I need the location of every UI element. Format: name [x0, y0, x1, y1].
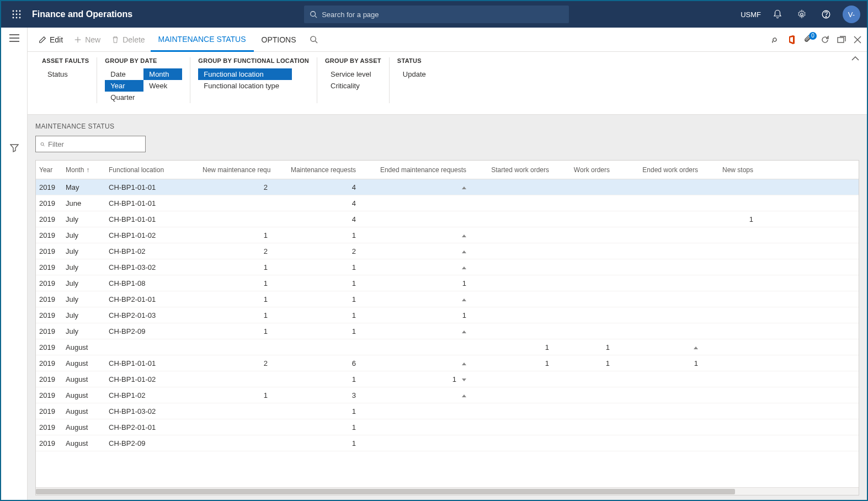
groupby-criticality[interactable]: Criticality	[325, 80, 381, 92]
settings-icon[interactable]	[794, 7, 810, 22]
office-icon[interactable]	[787, 35, 796, 45]
col-maint-req[interactable]: Maintenance requests	[271, 166, 359, 174]
group-asset-faults: ASSET FAULTS Status	[34, 57, 97, 103]
svg-point-13	[826, 17, 826, 17]
groupby-funcloc[interactable]: Functional location	[198, 68, 292, 80]
col-new-stops[interactable]: New stops	[701, 166, 757, 174]
trash-icon	[111, 36, 119, 44]
table-row[interactable]: 2019JulyCH-BP1-01-0211	[36, 227, 859, 243]
user-avatar[interactable]: V-	[843, 6, 860, 23]
col-new-maint-req[interactable]: New maintenance requests	[199, 166, 271, 174]
svg-point-7	[16, 17, 18, 19]
grid-heading: MAINTENANCE STATUS	[35, 122, 859, 130]
filter-input[interactable]	[48, 140, 141, 148]
table-row[interactable]: 2019MayCH-BP1-01-0124	[36, 179, 859, 195]
svg-line-10	[315, 16, 317, 18]
table-row[interactable]: 2019JulyCH-BP1-03-0211	[36, 259, 859, 275]
svg-point-5	[19, 14, 21, 15]
table-row[interactable]: 2019JulyCH-BP2-01-03111	[36, 307, 859, 323]
svg-line-25	[44, 145, 45, 146]
tab-options[interactable]: OPTIONS	[254, 28, 304, 52]
sort-asc-icon: ↑	[86, 166, 89, 174]
edit-button[interactable]: Edit	[33, 28, 68, 52]
left-rail	[1, 28, 28, 500]
legal-entity[interactable]: USMF	[741, 10, 761, 19]
table-row[interactable]: 2019AugustCH-BP1-01-0126111	[36, 355, 859, 371]
plus-icon	[74, 36, 82, 44]
svg-point-6	[13, 17, 14, 19]
close-icon[interactable]	[854, 36, 861, 44]
search-icon	[310, 10, 317, 18]
table-row[interactable]: 2019JulyCH-BP1-0222	[36, 243, 859, 259]
search-placeholder: Search for a page	[322, 10, 379, 19]
groupby-week[interactable]: Week	[143, 80, 182, 92]
grid-body[interactable]: 2019MayCH-BP1-01-01242019JuneCH-BP1-01-0…	[36, 179, 859, 487]
status-update[interactable]: Update	[397, 68, 432, 80]
group-by-date: GROUP BY DATE Date Month Year Week Quart…	[97, 57, 190, 103]
action-bar: Edit New Delete MAINTENANCE STATUS OPTIO…	[28, 28, 867, 52]
svg-point-9	[311, 12, 316, 17]
table-row[interactable]: 2019JulyCH-BP2-0911	[36, 323, 859, 339]
scrollbar-thumb[interactable]	[36, 489, 735, 494]
help-icon[interactable]	[818, 7, 834, 22]
grid-filter[interactable]	[35, 136, 146, 152]
hamburger-icon[interactable]	[9, 34, 19, 42]
link-icon[interactable]	[770, 36, 780, 44]
table-row[interactable]: 2019AugustCH-BP2-091	[36, 435, 859, 451]
table-row[interactable]: 2019JuneCH-BP1-01-014	[36, 195, 859, 211]
svg-line-20	[315, 41, 317, 43]
col-funcloc[interactable]: Functional location	[105, 166, 199, 174]
svg-rect-21	[838, 38, 844, 42]
col-ended-wo[interactable]: Ended work orders	[613, 166, 701, 174]
delete-button[interactable]: Delete	[106, 28, 150, 52]
table-row[interactable]: 2019August11	[36, 339, 859, 355]
app-launcher-icon[interactable]	[6, 10, 28, 19]
attachments-icon[interactable]: 0	[804, 35, 813, 45]
col-wo[interactable]: Work orders	[552, 166, 613, 174]
table-row[interactable]: 2019JulyCH-BP1-08111	[36, 275, 859, 291]
col-started-wo[interactable]: Started work orders	[470, 166, 552, 174]
content-area: MAINTENANCE STATUS Year Month↑ Functiona…	[28, 115, 867, 500]
group-by-functional-location: GROUP BY FUNCTIONAL LOCATION Functional …	[190, 57, 317, 103]
col-month[interactable]: Month↑	[62, 166, 105, 174]
svg-point-4	[16, 14, 18, 15]
groupby-service-level[interactable]: Service level	[325, 68, 381, 80]
table-row[interactable]: 2019AugustCH-BP2-01-011	[36, 419, 859, 435]
topbar: Finance and Operations Search for a page…	[1, 1, 867, 28]
svg-point-8	[19, 17, 21, 19]
group-status: STATUS Update	[390, 57, 439, 103]
table-row[interactable]: 2019JulyCH-BP1-01-0141	[36, 211, 859, 227]
pencil-icon	[39, 36, 46, 44]
horizontal-scrollbar[interactable]	[36, 487, 859, 495]
col-year[interactable]: Year	[36, 166, 62, 174]
svg-point-1	[16, 10, 18, 12]
asset-faults-status[interactable]: Status	[42, 68, 89, 80]
table-row[interactable]: 2019AugustCH-BP1-01-0211	[36, 371, 859, 387]
popout-icon[interactable]	[837, 36, 846, 44]
groupby-month[interactable]: Month	[143, 68, 182, 80]
grid-header: Year Month↑ Functional location New main…	[36, 161, 859, 179]
app-title: Finance and Operations	[32, 9, 132, 19]
attachments-badge: 0	[809, 32, 817, 40]
actionbar-search-icon[interactable]	[304, 28, 323, 52]
refresh-icon[interactable]	[821, 35, 829, 44]
notifications-icon[interactable]	[770, 7, 785, 22]
new-button[interactable]: New	[68, 28, 106, 52]
global-search[interactable]: Search for a page	[304, 6, 569, 23]
filter-pane-icon[interactable]	[10, 143, 19, 152]
svg-point-2	[19, 10, 21, 12]
groupby-quarter[interactable]: Quarter	[105, 92, 143, 103]
groupby-year[interactable]: Year	[105, 80, 143, 92]
table-row[interactable]: 2019JulyCH-BP2-01-0111	[36, 291, 859, 307]
table-row[interactable]: 2019AugustCH-BP1-03-021	[36, 403, 859, 419]
svg-point-0	[13, 10, 14, 12]
groupby-funcloc-type[interactable]: Functional location type	[198, 80, 309, 92]
tab-maintenance-status[interactable]: MAINTENANCE STATUS	[151, 28, 254, 52]
group-by-asset: GROUP BY ASSET Service level Criticality	[317, 57, 390, 103]
table-row[interactable]: 2019AugustCH-BP1-0213	[36, 387, 859, 403]
groupby-date[interactable]: Date	[105, 68, 143, 80]
col-ended-maint-req[interactable]: Ended maintenance requests	[359, 166, 470, 174]
svg-point-24	[41, 142, 44, 145]
collapse-icon[interactable]	[851, 56, 859, 61]
action-pane-tab-content: ASSET FAULTS Status GROUP BY DATE Date M…	[28, 52, 867, 115]
